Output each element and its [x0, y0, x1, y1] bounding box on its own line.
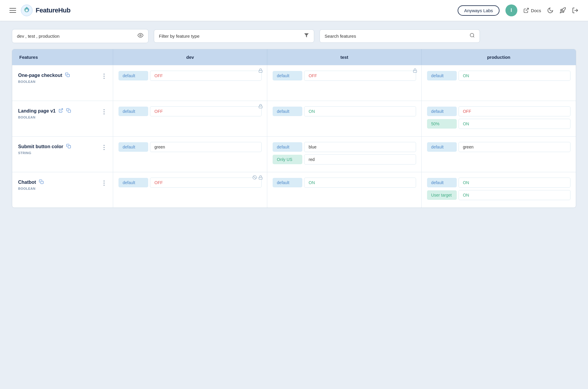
- external-link-icon[interactable]: [59, 108, 63, 114]
- search-label: Search features: [325, 34, 467, 39]
- features-table: Features dev test production One-page ch…: [12, 49, 576, 208]
- svg-rect-14: [68, 146, 71, 148]
- more-options-button[interactable]: ⋮: [101, 144, 107, 150]
- env-cell-test[interactable]: defaultblueOnly USred: [267, 137, 421, 172]
- feature-cell-content: One-page checkoutBOOLEAN: [18, 72, 101, 83]
- rule-row: defaultgreen: [427, 142, 570, 152]
- rule-label: default: [273, 107, 302, 116]
- rule-value[interactable]: blue: [304, 142, 416, 152]
- rule-label: default: [427, 71, 457, 80]
- rule-value[interactable]: ON: [459, 71, 570, 81]
- feature-type-filter[interactable]: Filter by feature type: [154, 29, 314, 43]
- rule-label: default: [118, 71, 148, 80]
- external-link-icon[interactable]: Docs: [523, 7, 541, 13]
- rule-value[interactable]: ON: [304, 106, 416, 116]
- feature-type: BOOLEAN: [18, 80, 101, 83]
- more-options-button[interactable]: ⋮: [101, 180, 107, 186]
- rocket-icon[interactable]: [559, 7, 566, 14]
- rule-row: defaultON: [273, 178, 416, 188]
- env-cell-production[interactable]: defaultON: [422, 65, 576, 101]
- search-box[interactable]: Search features: [320, 29, 480, 43]
- svg-rect-15: [41, 181, 43, 184]
- table-header: Features dev test production: [12, 49, 576, 65]
- feature-name: One-page checkout: [18, 72, 101, 78]
- env-cell-test[interactable]: defaultON: [267, 172, 421, 208]
- rule-row: defaultON: [273, 106, 416, 116]
- rule-row: Only USred: [273, 154, 416, 165]
- hamburger-menu[interactable]: [10, 8, 16, 13]
- org-button[interactable]: Anyways Labs: [458, 5, 500, 16]
- filter-icon: [304, 33, 309, 39]
- rule-value[interactable]: OFF: [304, 71, 416, 81]
- rule-value[interactable]: green: [459, 142, 570, 152]
- rule-row: User targetON: [427, 190, 570, 200]
- lock-icon: [258, 175, 263, 181]
- rule-value[interactable]: red: [304, 154, 416, 165]
- more-options-button[interactable]: ⋮: [101, 109, 107, 115]
- feature-cell: One-page checkoutBOOLEAN⋮: [12, 65, 113, 101]
- lock-icon: [258, 68, 263, 74]
- rule-row: defaultOFF: [273, 71, 416, 81]
- env-cell-production[interactable]: defaultgreen: [422, 137, 576, 172]
- env-cell-test[interactable]: defaultOFF: [267, 65, 421, 101]
- svg-rect-18: [259, 177, 262, 179]
- env-cell-dev[interactable]: defaultOFF: [113, 65, 267, 101]
- rule-value[interactable]: OFF: [459, 106, 570, 116]
- rule-row: defaultOFF: [118, 71, 262, 81]
- rule-value[interactable]: ON: [459, 190, 570, 200]
- env-cell-dev[interactable]: defaultOFF: [113, 101, 267, 136]
- rule-label: 50%: [427, 119, 457, 129]
- svg-point-1: [26, 9, 28, 12]
- rule-label: User target: [427, 190, 457, 200]
- rule-value[interactable]: ON: [459, 178, 570, 188]
- rule-label: default: [427, 178, 457, 187]
- logout-icon[interactable]: [572, 7, 578, 14]
- copy-icon[interactable]: [66, 108, 71, 114]
- feature-actions: ⋮: [101, 72, 107, 79]
- copy-icon[interactable]: [66, 144, 71, 149]
- rule-value[interactable]: ON: [459, 119, 570, 129]
- lock-icon: [413, 68, 417, 74]
- rule-row: defaultOFF: [118, 178, 262, 188]
- feature-name: Submit button color: [18, 144, 101, 149]
- rule-label: default: [118, 142, 148, 152]
- env-cell-dev[interactable]: defaultOFF: [113, 172, 267, 208]
- toolbar: dev , test , production Filter by featur…: [0, 21, 588, 49]
- theme-icon[interactable]: [547, 7, 554, 14]
- svg-point-6: [470, 33, 474, 37]
- rule-value[interactable]: green: [150, 142, 262, 152]
- rule-label: default: [427, 107, 457, 116]
- env-cell-production[interactable]: defaultOFF50%ON: [422, 101, 576, 136]
- svg-rect-10: [413, 70, 417, 72]
- svg-rect-9: [259, 70, 262, 72]
- rule-value[interactable]: OFF: [150, 71, 262, 81]
- rule-row: defaultON: [427, 178, 570, 188]
- header-left: FeatureHub: [10, 4, 70, 16]
- table-body: One-page checkoutBOOLEAN⋮defaultOFFdefau…: [12, 65, 576, 208]
- rule-label: default: [118, 178, 148, 187]
- env-selector[interactable]: dev , test , production: [12, 29, 148, 43]
- header: FeatureHub Anyways Labs I Docs: [0, 0, 588, 21]
- copy-icon[interactable]: [65, 72, 70, 78]
- svg-line-17: [253, 176, 256, 179]
- copy-icon[interactable]: [39, 179, 44, 185]
- svg-rect-13: [259, 106, 262, 108]
- rule-row: defaultblue: [273, 142, 416, 152]
- env-cell-production[interactable]: defaultONUser targetON: [422, 172, 576, 208]
- svg-rect-12: [68, 110, 71, 113]
- rule-value[interactable]: OFF: [150, 178, 262, 188]
- feature-cell: Landing page v1BOOLEAN⋮: [12, 101, 113, 136]
- avatar[interactable]: I: [505, 4, 517, 16]
- rule-label: default: [273, 142, 302, 152]
- table-row: Landing page v1BOOLEAN⋮defaultOFFdefault…: [12, 101, 576, 136]
- docs-link[interactable]: Docs: [531, 8, 541, 13]
- more-options-button[interactable]: ⋮: [101, 73, 107, 79]
- header-features: Features: [12, 49, 113, 65]
- feature-cell-content: Submit button colorSTRING: [18, 144, 101, 155]
- svg-rect-8: [67, 74, 69, 77]
- logo-icon: [21, 4, 33, 16]
- env-cell-dev[interactable]: defaultgreen: [113, 137, 267, 172]
- rule-value[interactable]: OFF: [150, 106, 262, 116]
- env-cell-test[interactable]: defaultON: [267, 101, 421, 136]
- rule-value[interactable]: ON: [304, 178, 416, 188]
